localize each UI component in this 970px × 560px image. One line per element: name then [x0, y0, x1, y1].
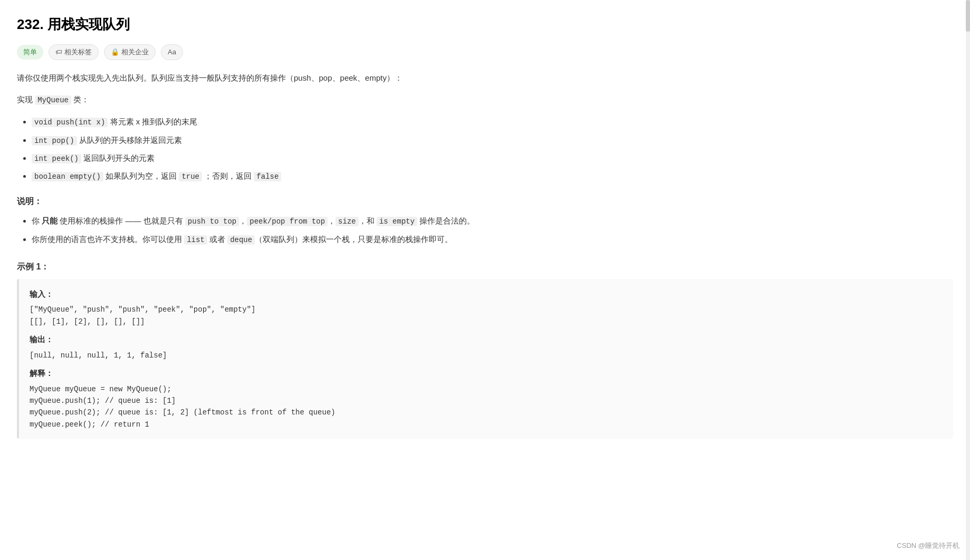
- font-badge[interactable]: Aa: [161, 44, 183, 60]
- method-desc-4: 如果队列为空，返回 true ；否则，返回 false: [105, 171, 281, 180]
- method-desc-1: 将元素 x 推到队列的末尾: [110, 117, 198, 126]
- description-line1: 请你仅使用两个栈实现先入先出队列。队列应当支持一般队列支持的所有操作（push、…: [17, 71, 953, 85]
- size-code: size: [335, 217, 359, 226]
- myqueue-code: MyQueue: [35, 95, 71, 105]
- peek-pop-code: peek/pop from top: [247, 217, 328, 226]
- list-item: boolean empty() 如果队列为空，返回 true ；否则，返回 fa…: [32, 169, 953, 184]
- watermark: CSDN @睡觉待开机: [897, 540, 959, 552]
- false-code: false: [254, 172, 281, 181]
- description-line2: 实现 MyQueue 类：: [17, 92, 953, 107]
- method-code-3: int peek(): [32, 154, 81, 163]
- scrollbar-track[interactable]: [966, 0, 970, 560]
- note2-text: 你所使用的语言也许不支持栈。你可以使用 list 或者 deque（双端队列）来…: [32, 235, 453, 244]
- list-item: 你 只能 使用标准的栈操作 —— 也就是只有 push to top，peek/…: [32, 214, 953, 228]
- methods-list: void push(int x) 将元素 x 推到队列的末尾 int pop()…: [17, 114, 953, 184]
- scrollbar-thumb[interactable]: [966, 0, 970, 32]
- method-code-1: void push(int x): [32, 118, 108, 127]
- output-content: [null, null, null, 1, 1, false]: [30, 350, 943, 361]
- related-tags-badge[interactable]: 🏷 相关标签: [49, 44, 99, 60]
- method-desc-3: 返回队列开头的元素: [83, 153, 155, 162]
- note1-before: 你: [32, 216, 42, 225]
- is-empty-code: is empty: [377, 217, 417, 226]
- output-label: 输出：: [30, 333, 943, 346]
- tags-row: 简单 🏷 相关标签 🔒 相关企业 Aa: [17, 44, 953, 60]
- input-content: ["MyQueue", "push", "push", "peek", "pop…: [30, 304, 943, 327]
- list-item: void push(int x) 将元素 x 推到队列的末尾: [32, 114, 953, 129]
- list-item: 你所使用的语言也许不支持栈。你可以使用 list 或者 deque（双端队列）来…: [32, 232, 953, 247]
- deque-code: deque: [227, 235, 255, 245]
- explain-label: 解释：: [30, 366, 943, 380]
- company-label: 相关企业: [121, 46, 149, 58]
- related-tags-label: 相关标签: [64, 46, 92, 58]
- list-item: int pop() 从队列的开头移除并返回元素: [32, 133, 953, 148]
- notes-list: 你 只能 使用标准的栈操作 —— 也就是只有 push to top，peek/…: [17, 214, 953, 246]
- method-code-4: boolean empty(): [32, 172, 103, 181]
- page-title: 232. 用栈实现队列: [17, 13, 953, 36]
- example-title: 示例 1：: [17, 259, 953, 274]
- list-code: list: [184, 235, 207, 245]
- company-badge[interactable]: 🔒 相关企业: [104, 44, 156, 60]
- title-number: 232.: [17, 16, 44, 32]
- note-title: 说明：: [17, 194, 953, 208]
- difficulty-badge[interactable]: 简单: [17, 45, 43, 60]
- explain-content: MyQueue myQueue = new MyQueue(); myQueue…: [30, 383, 943, 431]
- tag-icon: 🏷: [55, 46, 62, 58]
- lock-icon: 🔒: [111, 46, 119, 58]
- input-label: 输入：: [30, 287, 943, 301]
- method-desc-2: 从队列的开头移除并返回元素: [79, 136, 182, 144]
- example-block: 输入： ["MyQueue", "push", "push", "peek", …: [17, 279, 953, 439]
- list-item: int peek() 返回队列开头的元素: [32, 151, 953, 166]
- note1-bold: 只能: [42, 216, 57, 225]
- method-code-2: int pop(): [32, 136, 77, 146]
- push-top-code: push to top: [185, 217, 239, 226]
- note1-after: 使用标准的栈操作 —— 也就是只有 push to top，peek/pop f…: [57, 216, 475, 225]
- title-text: 用栈实现队列: [47, 16, 130, 32]
- true-code: true: [179, 172, 202, 181]
